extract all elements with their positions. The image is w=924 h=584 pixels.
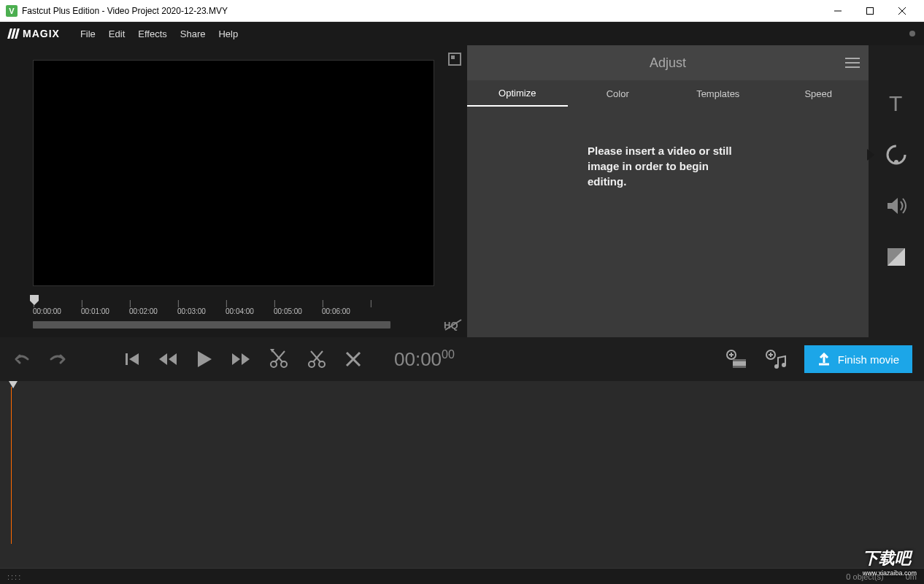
brand-text: MAGIX: [23, 28, 60, 39]
svg-marker-49: [9, 381, 18, 388]
svg-point-46: [782, 363, 786, 367]
statusbar-grip-icon: ::::: [7, 572, 22, 581]
delete-button[interactable]: [344, 350, 362, 368]
svg-rect-40: [733, 359, 746, 361]
ruler-times: 00:00:0000:01:0000:02:0000:03:0000:04:00…: [33, 299, 434, 315]
watermark: 下载吧 www.xiazaiba.com: [863, 548, 917, 577]
app-icon: V: [6, 5, 18, 17]
adjust-title: Adjust: [650, 55, 686, 71]
play-button[interactable]: [196, 350, 213, 369]
timeline-playhead-icon[interactable]: [9, 381, 18, 390]
adjust-header: Adjust: [467, 45, 869, 80]
svg-rect-41: [733, 366, 746, 368]
svg-text:T: T: [889, 92, 902, 115]
svg-marker-24: [242, 353, 250, 365]
side-toolbar: T: [869, 45, 924, 337]
hamburger-icon[interactable]: [845, 57, 860, 69]
menu-edit[interactable]: Edit: [109, 28, 125, 39]
menu-share[interactable]: Share: [180, 28, 206, 39]
text-tool-icon[interactable]: T: [882, 89, 911, 118]
brand-logo: MAGIX: [9, 28, 60, 39]
svg-rect-1: [867, 7, 874, 14]
svg-marker-22: [198, 351, 212, 367]
playback-controls: 00:0000 Finish movie: [0, 337, 924, 381]
tab-color[interactable]: Color: [568, 80, 669, 107]
svg-marker-15: [888, 198, 898, 214]
volume-tool-icon[interactable]: [882, 191, 911, 220]
svg-rect-5: [451, 55, 455, 59]
undo-button[interactable]: [12, 350, 31, 369]
adjust-tabs: Optimize Color Templates Speed: [467, 80, 869, 107]
menu-effects[interactable]: Effects: [138, 28, 167, 39]
svg-marker-19: [129, 353, 139, 365]
menu-help[interactable]: Help: [218, 28, 238, 39]
svg-marker-21: [169, 353, 177, 365]
svg-marker-23: [232, 353, 240, 365]
upload-icon: [817, 353, 831, 366]
timeline[interactable]: [0, 381, 924, 568]
window-titlebar: V Fastcut Plus Edition - Video Project 2…: [0, 0, 924, 22]
svg-line-32: [313, 351, 323, 362]
playhead-line: [11, 387, 12, 544]
svg-line-27: [275, 351, 285, 362]
window-title: Fastcut Plus Edition - Video Project 202…: [22, 6, 228, 16]
finish-movie-button[interactable]: Finish movie: [804, 345, 912, 373]
cut-start-button[interactable]: [269, 349, 289, 369]
contrast-tool-icon[interactable]: [882, 242, 911, 272]
preview-area: 00:00:0000:01:0000:02:0000:03:0000:04:00…: [0, 45, 467, 337]
svg-line-28: [273, 351, 282, 362]
ruler-scrollbar[interactable]: [33, 321, 390, 328]
minimize-button[interactable]: [822, 1, 854, 21]
maximize-button[interactable]: [854, 1, 886, 21]
tab-templates[interactable]: Templates: [668, 80, 769, 107]
rotate-tool-icon[interactable]: [882, 140, 911, 169]
statusbar: :::: 0 object(s) 0m: [0, 568, 924, 584]
svg-line-33: [311, 351, 320, 362]
svg-marker-6: [30, 295, 39, 305]
video-preview: [33, 60, 434, 286]
forward-button[interactable]: [231, 351, 251, 367]
adjust-panel: Adjust Optimize Color Templates Speed Pl…: [467, 45, 869, 337]
add-audio-button[interactable]: [765, 349, 787, 369]
add-video-button[interactable]: [725, 349, 747, 369]
fullscreen-icon[interactable]: [447, 51, 463, 67]
svg-marker-20: [159, 353, 167, 365]
close-button[interactable]: [886, 1, 918, 21]
timecode-display: 00:0000: [394, 348, 455, 371]
svg-point-45: [774, 364, 779, 369]
cut-button[interactable]: [307, 349, 327, 369]
menu-file[interactable]: File: [80, 28, 96, 39]
hq-toggle-icon[interactable]: HQ: [444, 318, 463, 331]
timeline-ruler[interactable]: 00:00:0000:01:0000:02:0000:03:0000:04:00…: [33, 299, 434, 321]
redo-button[interactable]: [48, 350, 67, 369]
tab-optimize[interactable]: Optimize: [467, 80, 568, 107]
svg-point-14: [894, 160, 898, 164]
skip-start-button[interactable]: [124, 351, 140, 367]
rewind-button[interactable]: [158, 351, 178, 367]
ruler-playhead-icon[interactable]: [30, 295, 39, 305]
status-dot-icon: [909, 31, 915, 36]
tab-speed[interactable]: Speed: [769, 80, 869, 107]
menubar: MAGIX File Edit Effects Share Help: [0, 22, 924, 45]
svg-rect-18: [126, 353, 128, 365]
finish-movie-label: Finish movie: [838, 353, 899, 366]
adjust-empty-message: Please insert a video or still image in …: [588, 143, 748, 189]
